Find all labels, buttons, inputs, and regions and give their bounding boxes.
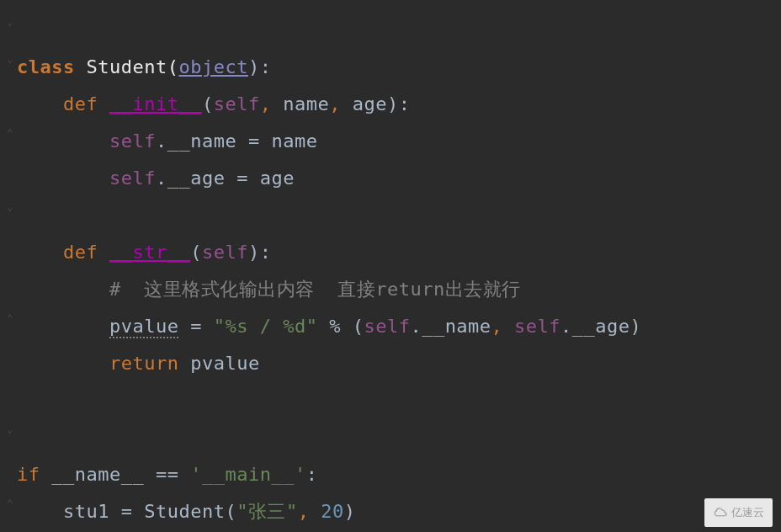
stu-assign: stu1 = Student( <box>17 501 236 522</box>
age-attr: .__age = age <box>156 168 295 189</box>
keyword-def: def <box>63 242 98 263</box>
comma: , <box>260 93 272 114</box>
comma: , <box>491 316 503 337</box>
keyword-class: class <box>17 56 75 77</box>
zhang-string: "张三" <box>236 501 298 522</box>
watermark-badge: 亿速云 <box>704 498 773 527</box>
paren: ( <box>190 242 202 263</box>
percent-op: % ( <box>317 316 364 337</box>
pvalue-var: pvalue <box>109 316 178 338</box>
colon: : <box>306 464 318 485</box>
name-attr: .__name = name <box>156 130 317 152</box>
self-ref: self <box>109 168 156 189</box>
fold-marker: ⌃ <box>7 493 13 513</box>
code-content: ⌄class Student(object): ⌄ def __init__(s… <box>7 12 774 532</box>
self-param: self <box>214 93 260 114</box>
format-string: "%s / %d" <box>214 316 318 337</box>
keyword-if: if <box>17 464 40 485</box>
paren-colon: ): <box>248 56 272 77</box>
self-ref: self <box>514 316 561 337</box>
name-attr: .__name <box>410 316 491 337</box>
fold-marker: ⌃ <box>7 123 13 143</box>
age-param: age): <box>341 93 410 114</box>
self-ref: self <box>364 316 410 337</box>
fold-marker: ⌄ <box>7 197 13 217</box>
comment-line: # 这里格式化输出内容 直接return出去就行 <box>109 279 521 300</box>
main-string: '__main__' <box>190 464 305 485</box>
fold-marker: ⌃ <box>7 308 13 328</box>
keyword-def: def <box>63 93 98 114</box>
code-editor: ⌄class Student(object): ⌄ def __init__(s… <box>7 12 774 532</box>
paren: ( <box>202 93 214 114</box>
keyword-return: return <box>109 353 178 374</box>
fold-marker: ⌄ <box>7 49 13 69</box>
fold-marker: ⌄ <box>7 12 13 32</box>
class-name: Student( <box>75 56 179 77</box>
self-ref: self <box>109 130 156 152</box>
watermark-text: 亿速云 <box>731 502 764 524</box>
str-method: __str__ <box>109 242 190 263</box>
cloud-icon <box>713 508 728 518</box>
comma: , <box>329 93 341 114</box>
builtin-object: object <box>178 56 247 77</box>
fold-marker: ⌄ <box>7 419 13 439</box>
name-dunder-check: __name__ == <box>40 464 191 485</box>
init-method: __init__ <box>109 93 202 114</box>
paren-colon: ): <box>248 242 272 263</box>
number-20: 20 <box>309 501 343 522</box>
self-param: self <box>202 242 248 263</box>
paren-close: ) <box>344 501 356 522</box>
name-param: name <box>271 93 329 114</box>
assign: = <box>178 316 213 337</box>
pvalue-ret: pvalue <box>178 353 259 374</box>
comma: , <box>298 501 310 522</box>
age-attr: .__age) <box>561 316 641 337</box>
